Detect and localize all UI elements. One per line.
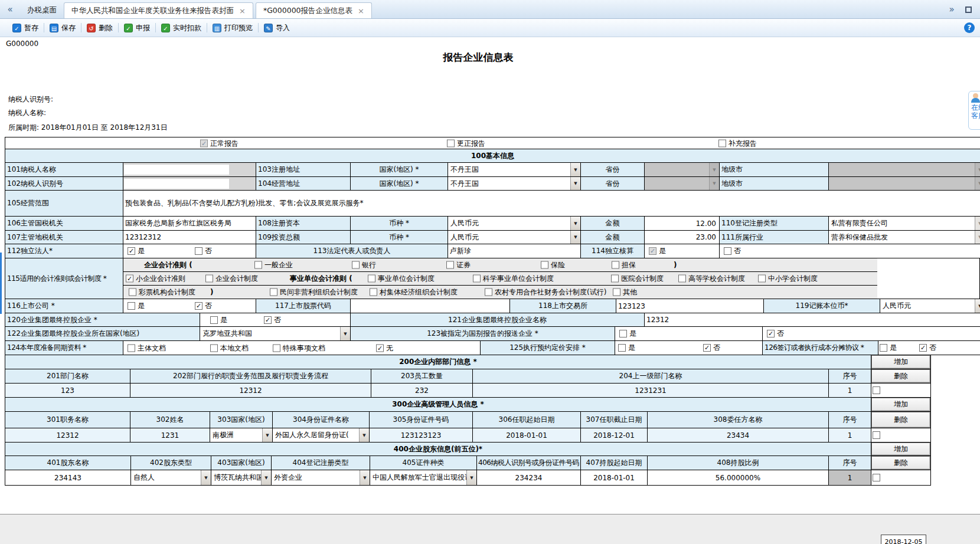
chevron-down-icon[interactable]: ▼ (570, 163, 580, 176)
cell-203[interactable]: 232 (371, 384, 473, 398)
checkbox-126-no[interactable]: ✓否 (919, 343, 936, 353)
chevron-down-icon[interactable]: ▼ (360, 470, 370, 485)
field-107-input[interactable]: 12312312 (123, 231, 256, 244)
cell-303-select[interactable]: 南极洲▼ (210, 428, 272, 442)
cell-402-select[interactable]: 自然人▼ (131, 470, 211, 485)
close-icon[interactable]: × (358, 6, 364, 15)
field-110-select[interactable]: 私营有限责任公司▼ (829, 217, 980, 230)
tabs-scroll-right-icon[interactable]: » (942, 4, 962, 18)
checkbox-master-file[interactable]: 主体文档 (128, 343, 166, 353)
row-select-checkbox[interactable] (873, 386, 880, 394)
checkbox-small-enterprise-standard[interactable]: ✓小企业会计准则 (126, 274, 185, 284)
chevron-down-icon[interactable]: ▼ (359, 428, 369, 442)
chevron-down-icon[interactable]: ▼ (570, 217, 580, 230)
tabs-scroll-left-icon[interactable]: « (0, 4, 20, 18)
field-109-amount-input[interactable]: 23.00 (645, 231, 720, 244)
checkbox-university-system[interactable]: 高等学校会计制度 (678, 274, 745, 284)
tab-tax-desktop[interactable]: 办税桌面 (20, 2, 64, 18)
field-111-select[interactable]: 营养和保健品批发▼ (829, 231, 980, 244)
cell-408[interactable]: 56.000000% (648, 470, 829, 486)
checkbox-125-yes[interactable]: 是 (618, 343, 635, 353)
print-preview-button[interactable]: ▥ 打印预览 (207, 21, 258, 35)
cell-407[interactable]: 2018-01-01 (581, 470, 648, 486)
scroll-indicator[interactable] (0, 253, 2, 314)
field-118-input[interactable]: 123123 (616, 299, 764, 313)
checkbox-enterprise-system[interactable]: 企业会计制度 (205, 274, 258, 284)
checkbox-bank[interactable]: 银行 (352, 260, 376, 270)
row-select-checkbox[interactable] (873, 431, 880, 439)
cell-405-select[interactable]: 中国人民解放军士官退出现役证▼ (370, 470, 476, 485)
import-button[interactable]: ✎ 导入 (259, 21, 295, 35)
checkbox-120-no[interactable]: ✓否 (264, 315, 281, 325)
chevron-down-icon[interactable]: ▼ (975, 231, 980, 244)
checkbox-general-enterprise[interactable]: 一般企业 (254, 260, 293, 270)
checkbox-123-no[interactable]: ✓否 (767, 329, 784, 339)
chevron-down-icon[interactable]: ▼ (262, 428, 272, 442)
checkbox-rural-cooperative-system[interactable]: 农村专用合作社财务会计制度(试行) (485, 287, 606, 297)
date-field[interactable]: 2018-12-05 (881, 535, 926, 544)
field-121-input[interactable]: 12312 (645, 313, 980, 327)
checkbox-securities[interactable]: 证券 (446, 260, 471, 270)
checkbox-guarantee[interactable]: 担保 (612, 260, 636, 270)
close-icon[interactable]: × (239, 6, 246, 15)
checkbox-other-system[interactable]: 其他 (613, 287, 637, 297)
checkbox-special-file[interactable]: 特殊事项文档 (273, 343, 325, 353)
cell-401[interactable]: 234143 (5, 470, 131, 486)
customer-service-widget[interactable]: 在线 客服 (968, 91, 980, 130)
checkbox-correction-report[interactable]: 更正报告 (447, 138, 485, 148)
checkbox-lottery-system[interactable]: 彩票机构会计制度 (129, 287, 195, 297)
checkbox-science-institution-system[interactable]: 科学事业单位会计制度 (473, 274, 554, 284)
row-select-checkbox[interactable] (873, 474, 880, 481)
checkbox-village-collective-system[interactable]: 村集体经济组织会计制度 (370, 287, 458, 297)
field-105-value[interactable]: 预包装食品、乳制品(不含婴幼儿配方乳粉)批发、零售;会议及展览展示服务* (123, 191, 980, 217)
checkbox-116-no[interactable]: ✓否 (195, 301, 212, 311)
checkbox-none-file[interactable]: ✓无 (376, 343, 393, 353)
cell-307[interactable]: 2018-12-01 (581, 428, 648, 443)
chevron-down-icon[interactable]: ▼ (570, 231, 580, 244)
checkbox-125-no[interactable]: ✓否 (703, 343, 720, 353)
cell-302[interactable]: 1231 (130, 428, 210, 443)
cell-305[interactable]: 123123123 (370, 428, 473, 443)
add-row-button[interactable]: 增加 (871, 398, 930, 411)
realtime-deduction-button[interactable]: ✓ 实时扣款 (156, 21, 207, 35)
cell-301[interactable]: 12312 (5, 428, 130, 443)
cell-204[interactable]: 1231231 (473, 384, 829, 398)
cell-308[interactable]: 23434 (648, 428, 829, 443)
delete-button[interactable]: ↺ 删除 (81, 21, 118, 35)
cell-304-select[interactable]: 外国人永久居留身份证(▼ (273, 428, 369, 442)
field-109-currency-select[interactable]: 人民币元▼ (448, 231, 580, 244)
chevron-down-icon[interactable]: ▼ (975, 299, 980, 313)
checkbox-supplementary-report[interactable]: 补充报告 (718, 138, 757, 148)
field-101-input[interactable] (124, 165, 229, 175)
field-119-select[interactable]: 人民币元▼ (880, 299, 980, 313)
window-restore-icon[interactable] (965, 6, 972, 13)
checkbox-normal-report[interactable]: ✓ 正常报告 (200, 138, 239, 148)
checkbox-123-yes[interactable]: 是 (619, 329, 636, 339)
tab-cover-form[interactable]: 中华人民共和国企业年度关联业务往来报告表封面 × (64, 2, 253, 18)
delete-rows-button[interactable]: 删除 (871, 369, 930, 383)
field-102-input[interactable] (124, 179, 229, 189)
field-106-input[interactable]: 国家税务总局新乡市红旗区税务局 (123, 217, 256, 231)
chevron-down-icon[interactable]: ▼ (570, 177, 580, 190)
field-122-country-select[interactable]: 克罗地亚共和国▼ (200, 327, 350, 340)
temp-save-button[interactable]: ✓ 暂存 (7, 21, 44, 35)
chevron-down-icon[interactable]: ▼ (201, 470, 211, 485)
field-108-amount-input[interactable]: 12.00 (645, 217, 720, 231)
checkbox-112-yes[interactable]: ✓是 (128, 246, 145, 256)
checkbox-insurance[interactable]: 保险 (541, 260, 565, 270)
cell-403-select[interactable]: 博茨瓦纳共和国▼ (211, 470, 271, 485)
checkbox-114-no[interactable]: 否 (724, 246, 741, 256)
field-113-input[interactable]: 卢新珍 (448, 244, 581, 258)
declare-button[interactable]: ✓ 申报 (119, 21, 155, 35)
cell-306[interactable]: 2018-01-01 (473, 428, 581, 443)
chevron-down-icon[interactable]: ▼ (975, 217, 980, 230)
add-row-button[interactable]: 增加 (871, 355, 930, 369)
delete-rows-button[interactable]: 删除 (871, 456, 930, 470)
help-icon[interactable]: ? (964, 22, 975, 33)
delete-rows-button[interactable]: 删除 (871, 412, 930, 428)
checkbox-hospital-system[interactable]: 医院会计制度 (611, 274, 664, 284)
chevron-down-icon[interactable]: ▼ (340, 327, 350, 340)
checkbox-112-no[interactable]: 否 (195, 246, 212, 256)
cell-404-select[interactable]: 外资企业▼ (272, 470, 370, 485)
chevron-down-icon[interactable]: ▼ (261, 470, 271, 485)
